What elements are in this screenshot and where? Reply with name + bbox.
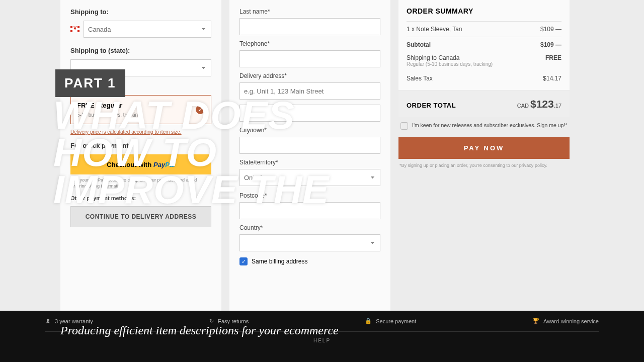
shipping-state-label: Shipping to (state): xyxy=(70,47,211,54)
footer-help-heading: HELP xyxy=(45,338,599,343)
signup-checkbox-row[interactable]: I'm keen for new releases and subscriber… xyxy=(398,117,570,135)
same-billing-label: Same billing address xyxy=(252,258,307,265)
summary-shipping-row: Shipping to CanadaFREE Regular (5-10 bus… xyxy=(407,52,561,71)
checkbox-unchecked-icon xyxy=(400,122,408,130)
order-total-row: ORDER TOTAL CAD $123.17 xyxy=(398,91,570,117)
consent-text: *By signing up or placing an order, you'… xyxy=(398,163,570,169)
country-label: Country* xyxy=(239,224,380,231)
pay-now-button[interactable]: PAY NOW xyxy=(398,137,570,159)
lock-icon: 🔒 xyxy=(365,318,372,324)
summary-column: ORDER SUMMARY 1 x Note Sleeve, Tan$109 —… xyxy=(398,0,570,311)
order-summary-title: ORDER SUMMARY xyxy=(407,7,561,15)
overlay-headline: WHAT DOES HOW TO IMPROVE THE xyxy=(53,97,329,208)
badge-award: 🏆Award-winning service xyxy=(532,318,599,324)
summary-subtotal-row: Subtotal$109 — xyxy=(407,37,561,52)
lastname-label: Last name* xyxy=(239,8,380,15)
telephone-label: Telephone* xyxy=(239,40,380,47)
badge-secure: 🔒Secure payment xyxy=(365,318,416,324)
telephone-input[interactable] xyxy=(239,50,380,67)
address-country-select[interactable] xyxy=(239,234,380,251)
summary-item-row: 1 x Note Sleeve, Tan$109 — xyxy=(407,21,561,37)
overlay-caption: Producing efficient item descriptions fo… xyxy=(60,324,339,337)
shipping-to-label: Shipping to: xyxy=(70,8,211,16)
delivery-address-label: Delivery address* xyxy=(239,72,380,79)
canada-flag-icon xyxy=(70,26,79,32)
same-billing-row[interactable]: ✓ Same billing address xyxy=(239,257,380,265)
country-select[interactable]: Canada xyxy=(84,21,211,38)
summary-tax-row: Sales Tax$14.17 xyxy=(407,71,561,86)
lastname-input[interactable] xyxy=(239,18,380,35)
checkbox-checked-icon: ✓ xyxy=(239,257,248,265)
trophy-icon: 🏆 xyxy=(532,318,539,324)
ribbon-icon: 🎗 xyxy=(45,318,51,324)
